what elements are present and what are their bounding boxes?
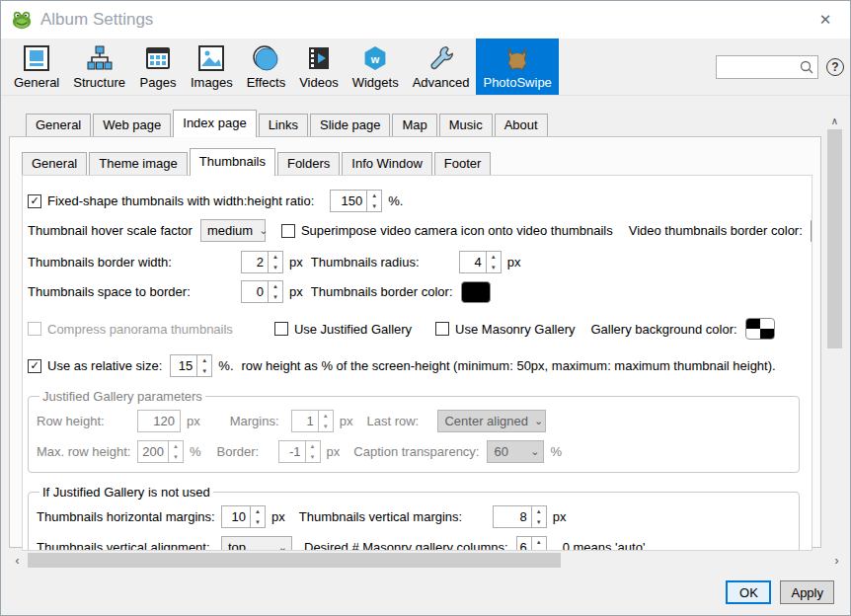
v-alignment-dropdown[interactable]: top ⌄	[221, 536, 292, 551]
v-margins-spinner[interactable]: 8 ▲▼	[493, 505, 547, 528]
masonry-columns-note: 0 means 'auto'	[563, 540, 646, 551]
horizontal-scroll-track[interactable]	[26, 552, 828, 569]
use-justified-checkbox[interactable]	[274, 322, 288, 336]
fixed-shape-checkbox[interactable]: ✓	[28, 194, 41, 208]
vertical-scroll-thumb[interactable]	[827, 129, 842, 348]
hover-scale-dropdown[interactable]: medium ⌄	[200, 219, 266, 242]
spin-up-icon[interactable]: ▲	[532, 537, 546, 548]
vertical-scroll-track[interactable]	[826, 129, 843, 547]
spin-up-icon[interactable]: ▲	[269, 281, 282, 292]
space-to-border-spinner[interactable]: 0 ▲▼	[241, 280, 283, 303]
subtab-footer[interactable]: Footer	[434, 152, 492, 175]
tab-slide-page[interactable]: Slide page	[310, 114, 390, 136]
scroll-right-icon[interactable]: ›	[828, 552, 845, 569]
index-page-subtabs: General Theme image Thumbnails Folders I…	[10, 148, 820, 175]
radius-value[interactable]: 4	[460, 252, 486, 272]
h-margins-unit: px	[271, 509, 285, 524]
superimpose-checkbox[interactable]	[281, 224, 295, 238]
horizontal-scrollbar[interactable]: ‹ ›	[9, 552, 845, 569]
toolbar-label: Pages	[140, 75, 177, 90]
ok-button[interactable]: OK	[726, 580, 771, 604]
help-icon[interactable]: ?	[826, 58, 844, 76]
margins-spinner: 1 ▲▼	[291, 410, 334, 432]
spin-up-icon[interactable]: ▲	[487, 252, 501, 263]
masonry-columns-spinner[interactable]: 6 ▲▼	[516, 536, 547, 551]
scroll-left-icon[interactable]: ‹	[9, 552, 26, 569]
relative-size-value[interactable]: 15	[171, 355, 196, 376]
v-margins-value[interactable]: 8	[494, 506, 531, 527]
relative-size-spinner[interactable]: 15 ▲▼	[170, 354, 212, 377]
row-height-label: Row height:	[37, 414, 137, 428]
spin-up-icon[interactable]: ▲	[251, 506, 265, 517]
search-box[interactable]	[716, 55, 818, 79]
relative-size-checkbox[interactable]: ✓	[28, 359, 41, 373]
spin-up-icon: ▲	[319, 411, 333, 422]
max-row-height-spinner: 200 ▲▼	[137, 440, 184, 463]
photoswipe-hide-icon	[503, 42, 531, 74]
toolbar-item-pages[interactable]: Pages	[132, 38, 184, 95]
search-icon[interactable]	[799, 59, 814, 75]
toolbar-item-images[interactable]: Images	[184, 38, 240, 95]
max-row-height-value: 200	[138, 441, 168, 462]
horizontal-scroll-thumb[interactable]	[28, 553, 561, 568]
radius-unit: px	[507, 255, 521, 270]
radius-label: Thumbnails radius:	[311, 255, 459, 270]
tab-music[interactable]: Music	[439, 114, 493, 136]
toolbar-item-videos[interactable]: Videos	[292, 38, 346, 95]
masonry-columns-value[interactable]: 6	[517, 537, 531, 551]
toolbar-item-general[interactable]: General	[7, 38, 66, 95]
tab-links[interactable]: Links	[259, 114, 308, 136]
border-width-unit: px	[289, 255, 303, 270]
border-width-value[interactable]: 2	[242, 252, 268, 272]
spin-down-icon[interactable]: ▼	[269, 292, 282, 303]
tab-general[interactable]: General	[26, 114, 91, 136]
tab-index-page[interactable]: Index page	[173, 110, 256, 137]
apply-button[interactable]: Apply	[780, 580, 834, 604]
tab-map[interactable]: Map	[392, 114, 436, 136]
spin-down-icon[interactable]: ▼	[532, 517, 546, 528]
window-title: Album Settings	[40, 10, 811, 30]
ratio-value[interactable]: 150	[331, 191, 366, 211]
gallery-bg-color-swatch[interactable]	[745, 318, 775, 340]
use-masonry-checkbox[interactable]	[435, 322, 449, 336]
h-margins-spinner[interactable]: 10 ▲▼	[221, 505, 266, 528]
spin-up-icon[interactable]: ▲	[269, 252, 282, 263]
toolbar-item-widgets[interactable]: w Widgets	[346, 38, 406, 95]
spin-down-icon[interactable]: ▼	[487, 263, 501, 273]
thumbnails-panel: ✓ Fixed-shape thumbnails with width:heig…	[22, 175, 812, 551]
close-icon[interactable]: ✕	[811, 11, 840, 29]
video-border-color-swatch[interactable]	[811, 220, 812, 242]
ratio-spinner[interactable]: 150 ▲▼	[330, 190, 382, 212]
thumb-border-color-swatch[interactable]	[461, 281, 491, 303]
toolbar-item-effects[interactable]: Effects	[240, 38, 293, 95]
vertical-scrollbar[interactable]: ∧ ∨	[826, 113, 843, 564]
subtab-theme-image[interactable]: Theme image	[89, 152, 187, 175]
tab-about[interactable]: About	[495, 114, 548, 136]
search-input[interactable]	[717, 57, 799, 77]
spin-up-icon[interactable]: ▲	[532, 506, 546, 517]
toolbar-item-structure[interactable]: Structure	[66, 38, 132, 95]
subtab-general[interactable]: General	[22, 152, 87, 175]
toolbar-item-photoswipe[interactable]: PhotoSwipe	[476, 38, 558, 95]
spin-down-icon[interactable]: ▼	[251, 517, 265, 528]
spin-down-icon[interactable]: ▼	[269, 263, 282, 273]
not-justified-group: If Justified Gallery is not used Thumbna…	[28, 485, 800, 551]
spin-up-icon[interactable]: ▲	[197, 355, 211, 366]
h-margins-value[interactable]: 10	[222, 506, 250, 527]
structure-icon	[86, 42, 114, 74]
toolbar-item-advanced[interactable]: Advanced	[406, 38, 477, 95]
tab-web-page[interactable]: Web page	[93, 114, 171, 136]
spin-down-icon[interactable]: ▼	[197, 366, 211, 377]
svg-text:w: w	[370, 53, 380, 65]
radius-spinner[interactable]: 4 ▲▼	[459, 251, 502, 273]
subtab-folders[interactable]: Folders	[277, 152, 340, 175]
space-to-border-value[interactable]: 0	[242, 281, 268, 302]
spin-down-icon[interactable]: ▼	[367, 201, 381, 212]
title-bar: Album Settings ✕	[1, 1, 850, 38]
subtab-info-window[interactable]: Info Window	[342, 152, 432, 175]
spin-up-icon[interactable]: ▲	[367, 191, 381, 201]
subtab-thumbnails[interactable]: Thumbnails	[190, 148, 275, 176]
border-width-spinner[interactable]: 2 ▲▼	[241, 251, 283, 273]
spin-down-icon[interactable]: ▼	[532, 548, 546, 552]
toolbar-label: Effects	[247, 75, 286, 90]
